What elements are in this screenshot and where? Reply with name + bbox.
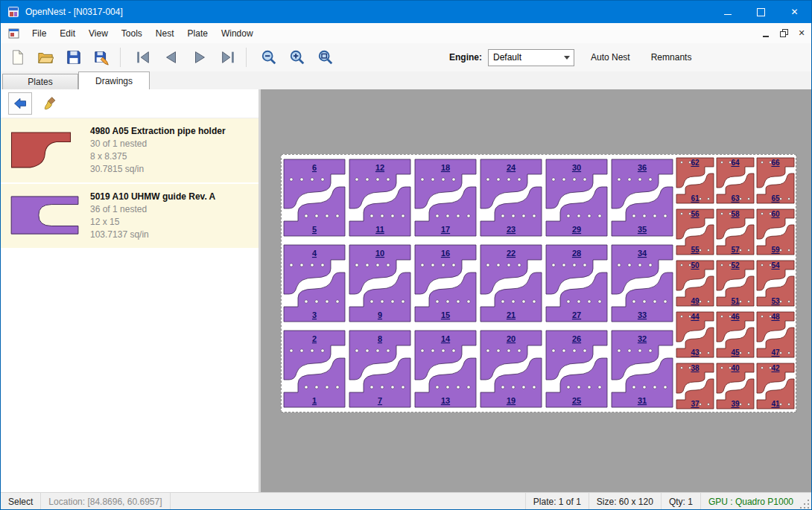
nested-part-pair[interactable]: 3029 <box>546 159 607 236</box>
save-button[interactable] <box>62 45 86 69</box>
new-button[interactable] <box>5 45 29 69</box>
sidebar-tab-strip: Plates Drawings <box>1 71 811 89</box>
cursor-location-status: Location: [84.8696, 60.6957] <box>41 493 170 510</box>
clean-drawings-button[interactable] <box>39 93 62 114</box>
zoom-in-button[interactable] <box>285 45 309 69</box>
save-as-button[interactable] <box>90 45 114 69</box>
svg-text:26: 26 <box>572 334 581 343</box>
nested-part-pair[interactable]: 4039 <box>717 363 754 409</box>
resize-grip[interactable] <box>801 493 811 510</box>
child-restore-button[interactable] <box>775 26 792 41</box>
svg-text:17: 17 <box>441 225 450 234</box>
part-list-item-2[interactable]: 5019 A10 UHMW guide Rev. A 36 of 1 neste… <box>1 184 258 248</box>
nested-part-pair[interactable]: 1615 <box>415 245 476 322</box>
nav-next-button[interactable] <box>188 45 212 69</box>
nested-part-pair[interactable]: 5453 <box>757 261 794 306</box>
zoom-out-icon <box>261 49 277 66</box>
drawings-panel: 4980 A05 Extraction pipe holder 30 of 1 … <box>1 89 258 492</box>
part-nested-count: 36 of 1 nested <box>90 203 215 216</box>
nested-part-pair[interactable]: 5655 <box>676 209 714 255</box>
nested-part-pair[interactable]: 4241 <box>757 363 794 409</box>
title-bar: OpenNest - [N0317-004] ✕ <box>1 1 811 23</box>
nested-part-pair[interactable]: 4645 <box>717 312 754 357</box>
child-close-button[interactable]: ✕ <box>793 26 810 41</box>
part-title: 5019 A10 UHMW guide Rev. A <box>90 191 215 203</box>
menu-item-file[interactable]: File <box>25 25 53 42</box>
menu-item-nest[interactable]: Nest <box>149 25 181 42</box>
part-list-item-1[interactable]: 4980 A05 Extraction pipe holder 30 of 1 … <box>1 118 258 182</box>
nested-part-pair[interactable]: 6463 <box>717 158 754 203</box>
plate-size-status: Size: 60 x 120 <box>589 493 661 510</box>
svg-text:34: 34 <box>638 249 647 258</box>
svg-text:20: 20 <box>507 334 516 343</box>
child-restore-icon <box>780 29 788 37</box>
nested-part-pair[interactable]: 2019 <box>480 331 542 407</box>
maximize-button[interactable] <box>744 1 778 23</box>
svg-text:15: 15 <box>441 310 450 319</box>
minimize-button[interactable] <box>711 1 744 23</box>
nested-part-pair[interactable]: 109 <box>349 245 410 322</box>
toolbar-separator <box>120 48 121 67</box>
menu-item-plate[interactable]: Plate <box>181 25 215 42</box>
svg-text:2: 2 <box>312 334 317 343</box>
svg-text:37: 37 <box>691 400 700 408</box>
engine-select[interactable]: Default <box>488 49 574 66</box>
nested-part-pair[interactable]: 1211 <box>349 159 410 236</box>
svg-text:42: 42 <box>771 364 780 372</box>
menu-item-window[interactable]: Window <box>215 25 260 42</box>
nested-part-pair[interactable]: 2221 <box>480 245 542 322</box>
menu-item-edit[interactable]: Edit <box>53 25 82 42</box>
svg-text:22: 22 <box>507 249 516 258</box>
svg-text:54: 54 <box>771 261 780 270</box>
nested-part-pair[interactable]: 5857 <box>717 209 754 255</box>
nested-part-pair[interactable]: 5049 <box>676 261 714 306</box>
menu-bar: File Edit View Tools Nest Plate Window ✕ <box>1 23 811 44</box>
import-drawing-button[interactable] <box>8 92 32 115</box>
nested-part-pair[interactable]: 6059 <box>757 209 794 255</box>
nested-part-pair[interactable]: 65 <box>284 159 345 236</box>
nested-part-pair[interactable]: 2625 <box>546 331 607 407</box>
nav-first-button[interactable] <box>131 45 155 69</box>
nest-canvas[interactable]: 6512111817242330293635431091615222128273… <box>261 89 812 492</box>
part-nested-count: 30 of 1 nested <box>90 138 226 150</box>
nested-part-pair[interactable]: 21 <box>284 331 345 407</box>
menu-item-tools[interactable]: Tools <box>115 25 149 42</box>
nested-part-pair[interactable]: 1413 <box>415 331 476 407</box>
nested-part-pair[interactable]: 4443 <box>676 312 714 357</box>
child-minimize-button[interactable] <box>758 26 774 41</box>
close-button[interactable]: ✕ <box>778 1 811 23</box>
nested-part-pair[interactable]: 3231 <box>612 331 673 407</box>
nav-last-button[interactable] <box>216 45 240 69</box>
part-area: 30.7815 sq/in <box>90 163 226 176</box>
zoom-fit-button[interactable] <box>314 45 337 69</box>
tab-plates[interactable]: Plates <box>2 74 78 89</box>
nested-part-pair[interactable]: 3635 <box>612 159 673 236</box>
nested-part-pair[interactable]: 6665 <box>757 158 794 203</box>
svg-text:8: 8 <box>378 334 382 343</box>
svg-text:29: 29 <box>572 225 581 234</box>
main-toolbar: Engine: Default Auto Nest Remnants <box>1 43 811 72</box>
menu-item-view[interactable]: View <box>82 25 115 42</box>
zoom-out-button[interactable] <box>257 45 281 69</box>
nested-part-pair[interactable]: 4847 <box>757 312 794 357</box>
nav-prev-button[interactable] <box>159 45 183 69</box>
nested-part-pair[interactable]: 1817 <box>415 159 476 236</box>
plate[interactable]: 6512111817242330293635431091615222128273… <box>281 154 796 412</box>
nested-part-pair[interactable]: 3433 <box>612 245 673 322</box>
open-button[interactable] <box>34 45 57 69</box>
auto-nest-button[interactable]: Auto Nest <box>586 49 635 66</box>
nested-part-pair[interactable]: 87 <box>349 331 410 407</box>
svg-text:65: 65 <box>771 194 780 203</box>
svg-text:53: 53 <box>771 297 780 305</box>
svg-text:66: 66 <box>771 159 780 167</box>
remnants-button[interactable]: Remnants <box>647 49 697 66</box>
nested-part-pair[interactable]: 6261 <box>676 158 714 203</box>
minimize-icon <box>724 13 732 15</box>
nested-part-pair[interactable]: 2827 <box>546 245 607 322</box>
tab-drawings[interactable]: Drawings <box>78 71 150 89</box>
child-minimize-icon <box>763 35 769 37</box>
nested-part-pair[interactable]: 2423 <box>480 159 542 236</box>
nested-part-pair[interactable]: 5251 <box>717 261 754 306</box>
nested-part-pair[interactable]: 43 <box>284 245 345 322</box>
nested-part-pair[interactable]: 3837 <box>676 363 714 409</box>
